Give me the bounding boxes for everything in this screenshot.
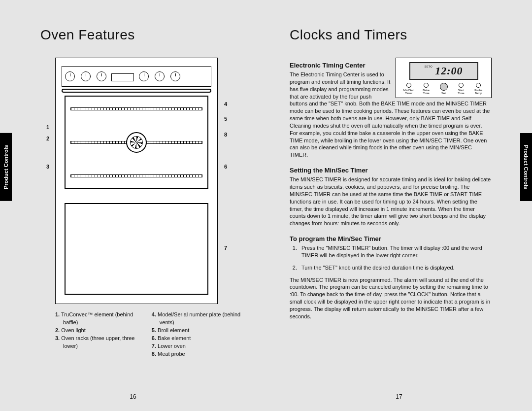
timer-panel-illustration: SET⏲ 12:00 Min/SecTimer BakeTime Set Sta…: [396, 58, 492, 98]
start-time-button: StartTime: [452, 83, 469, 95]
legend-col-1: 1. TruConvec™ element (behind baffle) 2.…: [55, 311, 138, 358]
lcd-display: SET⏲ 12:00: [409, 62, 478, 80]
set-knob: Set: [435, 83, 452, 95]
callout-5: 5: [224, 116, 227, 122]
minsec-timer-button: Min/SecTimer: [400, 83, 417, 95]
callout-2: 2: [46, 136, 49, 141]
callout-8: 8: [224, 132, 227, 137]
convec-fan-illustration: [126, 132, 147, 153]
upper-oven-cavity: [65, 96, 208, 189]
step-2: Turn the "SET" knob until the desired du…: [299, 264, 492, 272]
oven-diagram: [55, 58, 218, 304]
probe-temp-button: ProbeTemp: [470, 83, 487, 95]
heading-program: To program the Min/Sec Timer: [290, 235, 492, 242]
callout-6: 6: [224, 164, 227, 170]
section-tab-left: Product Controls: [0, 133, 12, 201]
section-etc: SET⏲ 12:00 Min/SecTimer BakeTime Set Sta…: [290, 58, 492, 159]
legend-col-2: 4. Model/Serial number plate (behind ven…: [152, 311, 242, 358]
program-steps: Press the "MIN/SEC TIMER" button. The ti…: [290, 244, 492, 272]
section-tab-right: Product Controls: [520, 133, 532, 201]
lower-oven-cavity: [65, 203, 208, 295]
control-panel-illustration: [62, 66, 211, 87]
heading-minsec: Setting the Min/Sec Timer: [290, 167, 492, 174]
callout-3: 3: [46, 164, 49, 170]
legend: 1. TruConvec™ element (behind baffle) 2.…: [55, 311, 242, 358]
bake-time-button: BakeTime: [417, 83, 434, 95]
page-16: Product Controls Oven Features 1 2 3: [0, 0, 266, 411]
callout-4: 4: [224, 101, 227, 107]
page-17: Product Controls Clocks and Timers SET⏲ …: [266, 0, 532, 411]
page-number-right: 17: [396, 393, 402, 400]
step-1: Press the "MIN/SEC TIMER" button. The ti…: [299, 244, 492, 259]
page-title-right: Clocks and Timers: [290, 27, 492, 43]
callout-1: 1: [46, 124, 49, 130]
callout-7: 7: [224, 245, 227, 251]
program-after: The MIN/SEC TIMER is now programmed. The…: [290, 276, 492, 320]
body-minsec: The MIN/SEC TIMER is designed for accura…: [290, 176, 492, 227]
page-number-left: 16: [130, 393, 136, 400]
handle-illustration: [62, 89, 211, 93]
page-title-left: Oven Features: [40, 27, 242, 43]
